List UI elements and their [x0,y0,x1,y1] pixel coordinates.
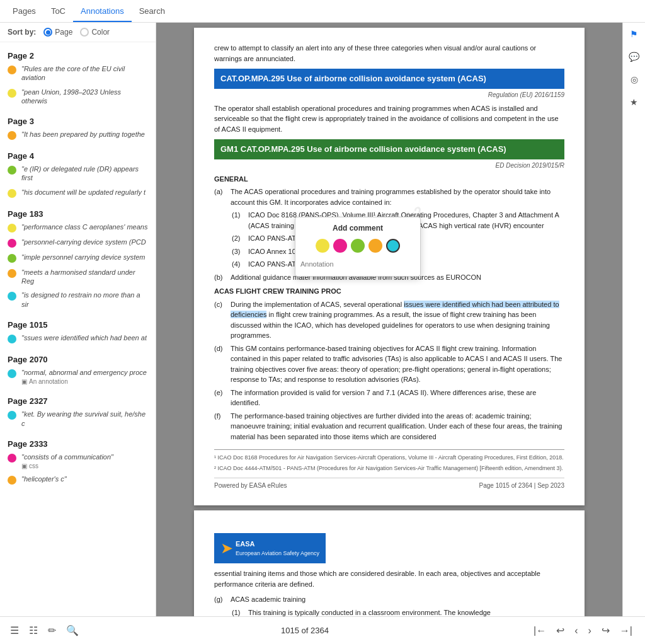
annotations-list: Page 2 "Rules are the core of the EU civ… [0,42,156,616]
last-page-button[interactable]: →| [617,623,635,639]
sub-num-4: (4) [225,259,243,270]
list-item[interactable]: "normal, abnormal and emergency proce ▣ … [0,365,156,388]
outline-icon[interactable]: ☷ [29,624,38,636]
page-group-3: Page 3 "It has been prepared by putting … [0,110,156,145]
color-option-green[interactable] [351,239,365,253]
search-icon[interactable]: 🔍 [66,624,79,636]
item-letter-f: (f) [214,411,225,442]
footer-powered-by: Powered by EASA eRules [214,481,287,490]
sub-num-2: (2) [225,233,243,244]
list-item[interactable]: "imple personnel carrying device system [0,250,156,265]
annotation-text: "It has been prepared by putting togethe [21,130,145,139]
list-item[interactable]: "ssues were identified which had been at [0,331,156,346]
document-area[interactable]: watermark2 crew to attempt to classify a… [156,23,622,616]
document-page-2: ➤ EASA European Aviation Safety Agency e… [194,510,585,616]
annotation-text: "ssues were identified which had been at [21,333,147,342]
sort-page-radio[interactable]: Page [43,28,72,37]
nav-arrows: |← ↩ ‹ › ↪ →| [531,622,635,639]
list-item[interactable]: "Rules are the core of the EU civil avia… [0,62,156,85]
page2-body: essential training items and those which… [214,568,564,589]
item-letter-a: (a) [214,187,225,207]
color-option-orange[interactable] [368,239,382,253]
note-icon: ▣ [21,378,27,385]
list-item[interactable]: "is designed to restrain no more than a … [0,288,156,311]
list-item[interactable]: "e (IR) or delegated rule (DR) appears f… [0,162,156,185]
comment-button[interactable]: 💬 [625,48,643,66]
star-button[interactable]: ★ [625,93,643,111]
popup-title: Add comment [300,222,415,234]
footer-page-number: Page 1015 of 2364 | Sep 2023 [479,481,565,490]
item-letter-b: (b) [214,272,225,283]
page-info: 1015 of 2364 [281,626,329,635]
color-option-teal[interactable] [386,239,400,253]
tab-annotations[interactable]: Annotations [73,1,132,22]
annotation-text: "normal, abnormal and emergency proce [21,368,148,377]
item-c: (c) During the implementation of ACAS, s… [214,299,564,341]
list-item[interactable]: "It has been prepared by putting togethe [0,127,156,142]
target-button[interactable]: ◎ [625,71,643,88]
edit-icon[interactable]: ✏ [48,624,56,636]
section-header-gm1: GM1 CAT.OP.MPA.295 Use of airborne colli… [214,139,564,159]
annotation-text: "personnel-carrying device system (PCD [21,238,146,246]
color-dot-pink [8,454,16,463]
tab-toc[interactable]: ToC [43,1,73,22]
annotation-text: "helicopter's c" [21,474,67,483]
easa-header: ➤ EASA European Aviation Safety Agency [214,526,564,568]
sort-label: Sort by: [8,28,36,37]
page-footer: Powered by EASA eRules Page 1015 of 2364… [214,478,564,490]
main-layout: Sort by: Page Color Page 2 "Rules are th… [0,23,645,616]
sub-g1-text: This training is typically conducted in … [248,607,564,617]
tab-search[interactable]: Search [132,1,173,22]
item-c-text: During the implementation of ACAS, sever… [231,299,564,341]
color-dot-teal [8,335,16,343]
sort-bar: Sort by: Page Color [0,23,156,42]
page-group-183: Page 183 "performance class C aeroplanes… [0,203,156,314]
list-item[interactable]: "consists of a communication" ▣ css [0,450,156,472]
item-g: (g) ACAS academic training [214,594,564,605]
item-g1: (1) This training is typically conducted… [214,607,564,617]
annotation-text: "pean Union, 1998–2023 Unless otherwis [21,88,148,106]
note-text: An annotation [29,378,68,385]
sort-color-radio[interactable]: Color [80,28,110,37]
color-dot-teal [8,411,16,420]
color-option-yellow[interactable] [316,239,329,253]
next-jump-button[interactable]: ↪ [599,622,612,639]
next-button[interactable]: › [586,623,594,639]
pages-icon[interactable]: ☰ [10,624,19,636]
popup-box: Add comment Annotation [295,217,421,277]
page-label-2070: Page 2070 [0,351,156,365]
list-item[interactable]: "pean Union, 1998–2023 Unless otherwis [0,85,156,108]
footnote-2: ² ICAO Doc 4444-ATM/501 - PANS-ATM (Proc… [214,464,564,473]
item-e-text: The information provided is valid for ve… [231,388,564,408]
color-dot-yellow [8,89,16,98]
tab-pages[interactable]: Pages [5,1,43,22]
sidebar: Sort by: Page Color Page 2 "Rules are th… [0,23,156,616]
prev-button[interactable]: ‹ [572,623,580,639]
sub-num-3: (3) [225,246,243,257]
list-item[interactable]: "helicopter's c" [0,472,156,487]
item-letter-g: (g) [214,594,225,605]
list-item[interactable]: "ket. By wearing the survival suit, he/s… [0,407,156,430]
bookmark-button[interactable]: ⚑ [625,25,643,43]
sub-num-g1: (1) [225,607,243,617]
color-option-pink[interactable] [333,239,347,253]
list-item[interactable]: "performance class C aeroplanes' means [0,220,156,235]
annotation-text: "imple personnel carrying device system [21,253,146,262]
item-d: (d) This GM contains performance-based t… [214,343,564,385]
list-item[interactable]: "his document will be updated regularly … [0,185,156,200]
page-group-2: Page 2 "Rules are the core of the EU civ… [0,45,156,110]
list-item[interactable]: "personnel-carrying device system (PCD [0,235,156,250]
sort-color-label: Color [91,28,110,37]
page-group-2333: Page 2333 "consists of a communication" … [0,433,156,490]
list-item[interactable]: "meets a harmonised standard under Reg [0,265,156,289]
sort-color-indicator [80,28,89,37]
color-dot-orange [8,131,16,140]
annotation-text: "his document will be updated regularly … [21,188,146,197]
first-page-button[interactable]: |← [531,623,549,639]
prev-jump-button[interactable]: ↩ [554,622,567,639]
color-dot-teal [8,292,16,301]
color-dot-teal [8,369,16,378]
color-dot-orange [8,66,16,74]
annotation-text: "Rules are the core of the EU civil avia… [21,64,148,83]
page-label-183: Page 183 [0,205,156,220]
